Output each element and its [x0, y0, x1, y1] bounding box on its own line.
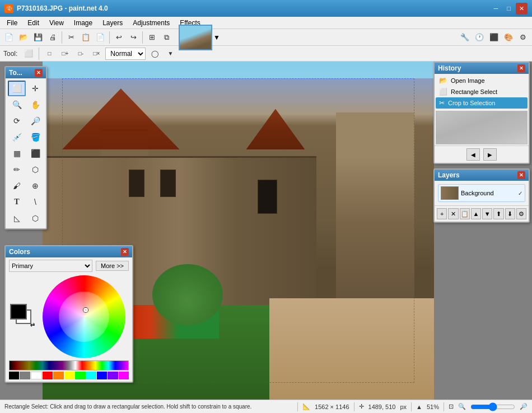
layer-merge-up-button[interactable]: ▲: [471, 208, 481, 219]
history-panel-close[interactable]: ✕: [517, 64, 525, 72]
palette-blue[interactable]: [97, 372, 107, 379]
palette-magenta[interactable]: [119, 372, 129, 379]
close-button[interactable]: ✕: [516, 3, 528, 15]
tool-move[interactable]: ✛: [26, 81, 44, 96]
sel-mode-intersect[interactable]: □×: [90, 47, 103, 60]
feather-option[interactable]: ◯: [148, 47, 161, 60]
menu-adjustments[interactable]: Adjustments: [128, 18, 174, 28]
tool-zoom-in[interactable]: 🔍: [8, 97, 26, 112]
tool-text[interactable]: T: [8, 194, 26, 210]
tool-gradient[interactable]: ▦: [8, 146, 26, 161]
tool-freeform[interactable]: ⬡: [26, 210, 44, 226]
layer-merge-down-button[interactable]: ▼: [482, 208, 492, 219]
minimize-button[interactable]: ─: [490, 3, 502, 15]
status-dimensions: 1562 × 1146: [315, 403, 349, 410]
history-redo-button[interactable]: ▶: [483, 148, 497, 161]
save-button[interactable]: 💾: [31, 31, 45, 44]
sel-mode-add[interactable]: □+: [58, 47, 72, 60]
color-type-select[interactable]: Primary Secondary: [9, 260, 92, 272]
plugin-button-4[interactable]: 🎨: [502, 31, 515, 44]
tool-pan[interactable]: ✋: [26, 97, 44, 112]
thumbnail-arrow[interactable]: ▼: [213, 34, 220, 41]
rulers-button[interactable]: ⧉: [160, 31, 173, 44]
history-undo-button[interactable]: ◀: [466, 148, 480, 161]
fit-window-icon[interactable]: ⊡: [449, 403, 454, 410]
tools-panel-header[interactable]: To... ✕: [6, 67, 46, 78]
tool-line[interactable]: \: [26, 194, 44, 210]
sel-mode-subtract[interactable]: □-: [74, 47, 87, 60]
palette-cyan[interactable]: [86, 372, 96, 379]
menu-layers[interactable]: Layers: [98, 18, 127, 28]
more-colors-button[interactable]: More >>: [96, 261, 129, 271]
layers-panel-close[interactable]: ✕: [517, 171, 525, 179]
tool-shapes[interactable]: ◺: [8, 210, 26, 226]
layers-panel-header[interactable]: Layers ✕: [435, 170, 529, 181]
menu-edit[interactable]: Edit: [23, 18, 44, 28]
swap-colors-button[interactable]: ⇄: [30, 322, 38, 330]
sel-mode-replace[interactable]: □: [43, 47, 56, 60]
menu-view[interactable]: View: [45, 18, 68, 28]
image-thumbnail[interactable]: [179, 25, 212, 50]
zoom-in-btn[interactable]: 🔎: [520, 403, 528, 410]
layer-delete-button[interactable]: ✕: [448, 208, 458, 219]
tool-paint-bucket[interactable]: 🪣: [26, 129, 44, 145]
tool-paintbrush[interactable]: 🖌: [8, 178, 26, 194]
cut-button[interactable]: ✂: [64, 31, 78, 44]
tool-zoom-out[interactable]: 🔎: [26, 113, 44, 129]
print-button[interactable]: 🖨: [46, 31, 59, 44]
palette-gray[interactable]: [20, 372, 30, 379]
history-item-select[interactable]: ⬜ Rectangle Select: [436, 86, 528, 97]
layer-add-button[interactable]: +: [437, 208, 447, 219]
new-button[interactable]: 📄: [2, 31, 16, 44]
plugin-button-1[interactable]: 🔧: [458, 31, 472, 44]
layer-move-down-button[interactable]: ⬇: [505, 208, 515, 219]
palette-purple[interactable]: [108, 372, 118, 379]
color-wheel[interactable]: [43, 275, 125, 358]
copy-button[interactable]: 📋: [79, 31, 92, 44]
layer-visible-check[interactable]: ✓: [518, 190, 522, 196]
blend-mode-select[interactable]: Normal Multiply Screen Overlay: [105, 48, 146, 60]
plugin-button-3[interactable]: ⬛: [487, 31, 501, 44]
layer-background[interactable]: Background ✓: [438, 184, 525, 202]
current-tool-icon[interactable]: ⬜: [22, 47, 35, 60]
tool-eraser[interactable]: ⬡: [26, 162, 44, 177]
menu-image[interactable]: Image: [69, 18, 97, 28]
palette-red[interactable]: [43, 372, 53, 379]
open-button[interactable]: 📂: [17, 31, 30, 44]
layer-duplicate-button[interactable]: 📋: [460, 208, 470, 219]
palette-white[interactable]: [31, 372, 42, 379]
layer-move-up-button[interactable]: ⬆: [493, 208, 503, 219]
menu-file[interactable]: File: [2, 18, 22, 28]
zoom-slider[interactable]: [470, 403, 515, 411]
history-item-crop[interactable]: ✂ Crop to Selection: [436, 97, 528, 109]
plugin-button-5[interactable]: ⚙: [516, 31, 530, 44]
colors-panel-header[interactable]: Colors ✕: [6, 246, 132, 257]
grid-button[interactable]: ⊞: [145, 31, 158, 44]
tool-pencil[interactable]: ✏: [8, 162, 26, 177]
tool-magic-wand[interactable]: ⬛: [26, 146, 44, 161]
tool-rotate[interactable]: ⟳: [8, 113, 26, 129]
paste-button[interactable]: 📄: [94, 31, 107, 44]
status-icon-cursor: ✛: [359, 403, 364, 410]
primary-color-swatch[interactable]: [10, 304, 27, 320]
history-panel-header[interactable]: History ✕: [435, 63, 529, 74]
palette-yellow[interactable]: [64, 372, 74, 379]
color-wheel-container[interactable]: [43, 275, 125, 358]
redo-button[interactable]: ↪: [127, 31, 140, 44]
palette-orange[interactable]: [53, 372, 63, 379]
tool-color-picker[interactable]: 💉: [8, 129, 26, 145]
undo-button[interactable]: ↩: [112, 31, 125, 44]
restore-button[interactable]: □: [503, 3, 515, 15]
tool-clone[interactable]: ⊕: [26, 178, 44, 194]
colors-panel-close[interactable]: ✕: [121, 248, 129, 256]
layer-properties-button[interactable]: ⚙: [516, 208, 526, 219]
history-item-open[interactable]: 📂 Open Image: [436, 75, 528, 86]
color-palette-strip[interactable]: [9, 360, 129, 370]
palette-black[interactable]: [9, 372, 19, 379]
zoom-out-btn[interactable]: 🔍: [458, 403, 466, 410]
plugin-button-2[interactable]: 🕐: [473, 31, 486, 44]
tool-rectangle-select[interactable]: ⬜: [8, 81, 26, 96]
palette-green[interactable]: [75, 372, 85, 379]
tools-panel-close[interactable]: ✕: [35, 69, 43, 77]
feather-dropdown[interactable]: ▼: [164, 47, 177, 60]
